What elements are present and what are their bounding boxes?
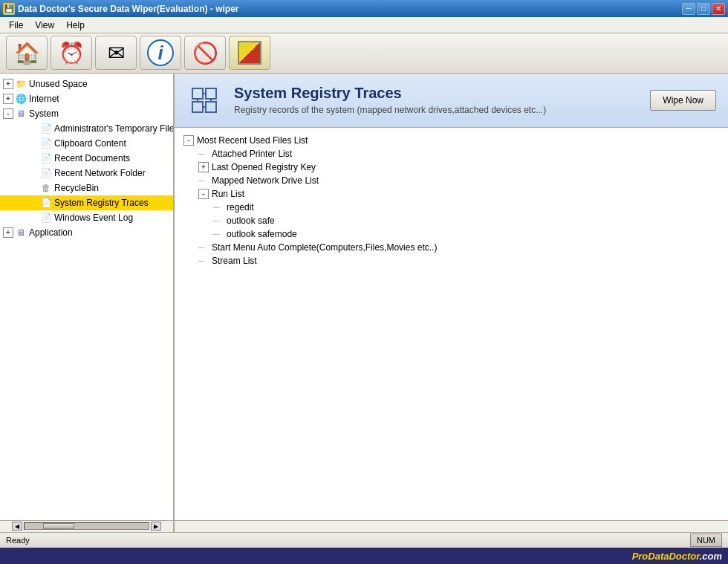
expander-placeholder: [16, 138, 27, 149]
toolbar-check-button[interactable]: ✉: [95, 36, 137, 70]
sidebar-item-label: System: [29, 108, 59, 119]
tree-item-label: outlook safe: [227, 215, 275, 226]
expander-line: [28, 153, 39, 163]
tree-item-run-list[interactable]: - Run List: [198, 187, 719, 201]
expander-line: [28, 183, 39, 193]
content-panel: System Registry Traces Registry records …: [175, 74, 728, 520]
tree-item-label: outlook safemode: [227, 229, 297, 239]
expander-placeholder: [16, 198, 27, 208]
doc-icon: 📄: [40, 167, 52, 179]
scroll-left-button[interactable]: ◀: [12, 522, 22, 531]
computer-icon: 🖥: [15, 108, 27, 120]
scroll-right-button[interactable]: ▶: [151, 522, 161, 531]
sidebar-item-internet[interactable]: + 🌐 Internet: [0, 91, 173, 106]
globe-icon: 🌐: [15, 93, 27, 105]
toolbar-home-button[interactable]: 🏠: [6, 36, 48, 70]
app-icon: 💾: [3, 3, 15, 15]
tree-expander[interactable]: -: [198, 189, 209, 199]
content-body: - Most Recent Used Files List ─ Attached…: [175, 128, 728, 520]
menu-file[interactable]: File: [3, 19, 29, 32]
doc-icon: 📄: [40, 152, 52, 164]
sidebar-item-label: Recent Network Folder: [54, 168, 146, 178]
tree-item-label: Most Recent Used Files List: [197, 135, 308, 146]
branding-bar: ProDataDoctor.com: [0, 548, 728, 564]
doc-icon: 📄: [40, 123, 52, 134]
tree-item-label: Attached Printer List: [212, 149, 292, 159]
sidebar-item-unused-space[interactable]: + 📁 Unused Space: [0, 77, 173, 91]
app-icon: 🖥: [15, 227, 27, 239]
sidebar-item-recycle-bin[interactable]: 🗑 RecycleBin: [0, 181, 173, 195]
sidebar-item-clipboard[interactable]: 📄 Clipboard Content: [0, 136, 173, 151]
branding-text: ProDataDoctor.com: [632, 551, 722, 562]
tree-item-last-opened[interactable]: + Last Opened Registry Key: [198, 161, 719, 174]
content-header-icon: [186, 82, 222, 118]
sidebar-item-sys-registry[interactable]: 📄 System Registry Traces: [0, 195, 173, 210]
expander-icon[interactable]: +: [3, 79, 13, 89]
expander-placeholder: [16, 168, 27, 178]
toolbar-schedule-button[interactable]: ⏰: [51, 36, 92, 70]
sidebar-item-label: Windows Event Log: [54, 213, 133, 223]
tree-item-label: Last Opened Registry Key: [212, 162, 316, 172]
status-bar: Ready NUM: [0, 532, 728, 548]
menu-view[interactable]: View: [29, 19, 60, 32]
expander-line: [28, 213, 39, 223]
wipe-now-button[interactable]: Wipe Now: [650, 90, 716, 111]
sidebar-item-recent-network[interactable]: 📄 Recent Network Folder: [0, 166, 173, 181]
svg-rect-1: [206, 88, 216, 99]
toolbar-info-button[interactable]: i: [140, 36, 181, 70]
restore-button[interactable]: □: [697, 3, 710, 15]
tree-item-outlook-safe[interactable]: ─ outlook safe: [213, 214, 719, 227]
tree-item-mapped-network[interactable]: ─ Mapped Network Drive List: [198, 174, 719, 187]
expander-placeholder: [16, 183, 27, 193]
title-bar: 💾 Data Doctor's Secure Data Wiper(Evalua…: [0, 0, 728, 17]
tree-item-regedit[interactable]: ─ regedit: [213, 201, 719, 214]
sidebar-item-recent-docs[interactable]: 📄 Recent Documents: [0, 151, 173, 166]
sidebar-item-system[interactable]: - 🖥 System: [0, 106, 173, 121]
toolbar-stop-button[interactable]: 🚫: [184, 36, 226, 70]
svg-rect-3: [206, 102, 216, 112]
tree-item-label: Mapped Network Drive List: [212, 175, 319, 186]
tree-item-label: Stream List: [212, 256, 257, 266]
expander-icon[interactable]: +: [3, 94, 13, 104]
svg-rect-2: [192, 102, 203, 112]
menu-help[interactable]: Help: [60, 19, 91, 32]
sidebar-item-label: Internet: [29, 94, 59, 104]
close-button[interactable]: ✕: [712, 3, 725, 15]
expander-placeholder: [16, 213, 27, 223]
tree-expander[interactable]: -: [183, 135, 194, 146]
content-header: System Registry Traces Registry records …: [175, 74, 728, 128]
sidebar-item-label: Application: [29, 227, 73, 238]
content-description: Registry records of the system (mapped n…: [234, 105, 638, 115]
sidebar-item-label: RecycleBin: [54, 183, 99, 193]
sidebar-item-label: Clipboard Content: [54, 138, 126, 149]
window-title: Data Doctor's Secure Data Wiper(Evaluati…: [18, 4, 238, 14]
tree-expander[interactable]: +: [198, 162, 209, 172]
num-badge: NUM: [690, 534, 722, 547]
tree-item-mru-list[interactable]: - Most Recent Used Files List: [183, 134, 719, 147]
expander-icon[interactable]: -: [3, 108, 13, 119]
expander-line: [28, 123, 39, 134]
minimize-button[interactable]: ─: [682, 3, 695, 15]
sidebar-item-application[interactable]: + 🖥 Application: [0, 225, 173, 240]
tree-item-label: Start Menu Auto Complete(Computers,Files…: [212, 242, 437, 253]
expander-icon[interactable]: +: [3, 227, 13, 238]
sidebar: + 📁 Unused Space + 🌐 Internet - 🖥 System: [0, 74, 175, 520]
doc-icon: 📄: [40, 137, 52, 149]
expander-placeholder: [16, 153, 27, 163]
doc-icon: 📄: [40, 197, 52, 209]
expander-line: [28, 168, 39, 178]
sidebar-item-admin-temp[interactable]: 📄 Administrator's Temporary Files: [0, 121, 173, 136]
expander-line: [28, 138, 39, 149]
sidebar-item-label: System Registry Traces: [54, 198, 149, 208]
content-tree: - Most Recent Used Files List ─ Attached…: [183, 134, 719, 268]
sidebar-item-win-event[interactable]: 📄 Windows Event Log: [0, 210, 173, 225]
toolbar-exit-button[interactable]: [229, 36, 270, 70]
tree-item-printer-list[interactable]: ─ Attached Printer List: [198, 147, 719, 161]
expander-placeholder: [16, 123, 27, 134]
menu-bar: File View Help: [0, 17, 728, 33]
tree-item-start-menu[interactable]: ─ Start Menu Auto Complete(Computers,Fil…: [198, 241, 719, 254]
tree-item-outlook-safemode[interactable]: ─ outlook safemode: [213, 227, 719, 241]
expander-line: [28, 198, 39, 208]
tree-item-stream-list[interactable]: ─ Stream List: [198, 254, 719, 268]
recycle-icon: 🗑: [40, 182, 52, 194]
